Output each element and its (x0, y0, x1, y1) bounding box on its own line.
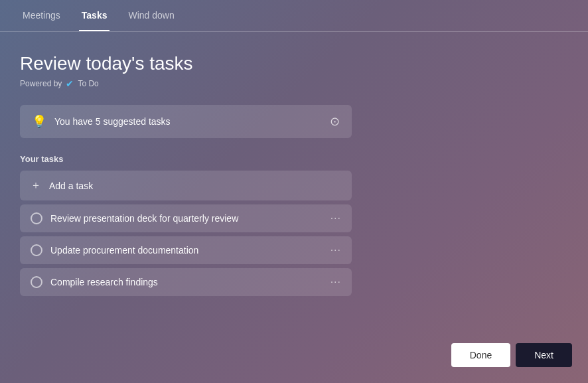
task-row-1[interactable]: Review presentation deck for quarterly r… (20, 204, 352, 232)
task-row-3[interactable]: Compile research findings ··· (20, 268, 352, 296)
add-task-label: Add a task (49, 181, 93, 191)
add-task-icon: ＋ (31, 179, 41, 192)
add-task-row[interactable]: ＋ Add a task (20, 171, 352, 200)
powered-by-app: To Do (78, 79, 98, 88)
task-list: ＋ Add a task Review presentation deck fo… (20, 171, 352, 296)
next-button[interactable]: Next (516, 343, 572, 367)
task-more-icon-1[interactable]: ··· (331, 212, 341, 224)
task-circle-3[interactable] (31, 276, 42, 288)
tab-bar: Meetings Tasks Wind down (0, 0, 588, 32)
task-circle-1[interactable] (31, 212, 42, 224)
footer: Done Next (451, 343, 572, 367)
task-label-1: Review presentation deck for quarterly r… (50, 213, 238, 224)
page-title: Review today's tasks (20, 53, 568, 74)
todo-check-icon: ✔ (66, 78, 74, 89)
suggested-tasks-banner[interactable]: 💡 You have 5 suggested tasks ⊙ (20, 105, 352, 138)
suggested-tasks-text: You have 5 suggested tasks (54, 116, 171, 127)
task-more-icon-3[interactable]: ··· (331, 276, 341, 288)
task-more-icon-2[interactable]: ··· (331, 244, 341, 256)
bulb-icon: 💡 (32, 114, 46, 129)
task-label-3: Compile research findings (50, 277, 158, 287)
tab-tasks[interactable]: Tasks (79, 0, 110, 31)
task-label-2: Update procurement documentation (50, 245, 198, 256)
powered-by-label: Powered by (20, 79, 62, 88)
main-content: Review today's tasks Powered by ✔ To Do … (0, 32, 588, 296)
powered-by: Powered by ✔ To Do (20, 78, 568, 89)
your-tasks-label: Your tasks (20, 154, 568, 164)
task-row-2[interactable]: Update procurement documentation ··· (20, 236, 352, 264)
done-button[interactable]: Done (451, 343, 510, 367)
suggested-tasks-expand-icon: ⊙ (330, 114, 340, 129)
task-circle-2[interactable] (31, 244, 42, 256)
tab-wind-down[interactable]: Wind down (125, 0, 177, 31)
tab-meetings[interactable]: Meetings (20, 0, 63, 31)
